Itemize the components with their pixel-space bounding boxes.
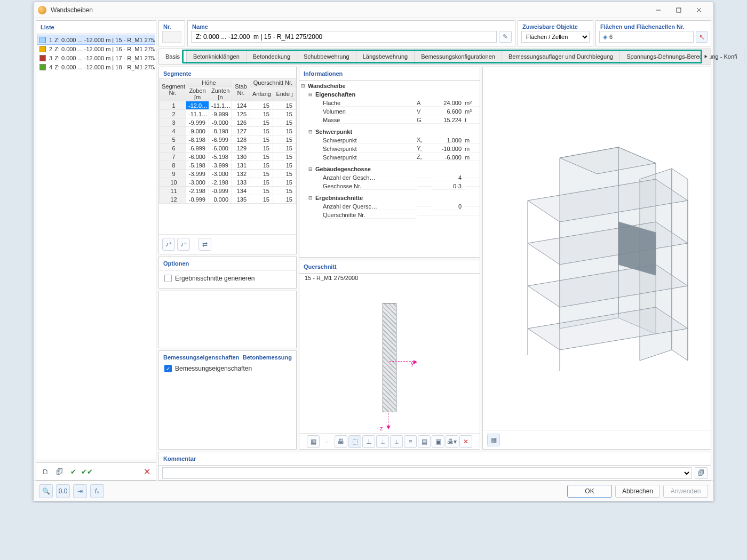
qt-10[interactable]: 🖶▾ [446,435,458,448]
qt-2[interactable]: 🖶 [335,435,347,448]
surface-icon: ◈ [603,34,607,41]
ok-button[interactable]: OK [567,485,612,498]
3d-viewer[interactable] [483,67,711,430]
pick-button[interactable]: ↖ [696,31,708,43]
minimize-button[interactable] [648,4,669,17]
info-row: SchwerpunktY꜀-10.000m [299,145,480,153]
tab-bemessungsauflager-und-durchbiegung[interactable]: Bemessungsauflager und Durchbiegung [502,49,620,64]
list-item[interactable]: 1Z: 0.000 ... -12.000 m | 15 - R_M1 275/… [37,35,155,44]
copy-icon[interactable]: 🗐 [53,466,65,477]
footer-tree-icon[interactable]: ⇥ [73,484,87,498]
qt-1[interactable]: ▦ [307,435,320,448]
tab-l-ngsbewehrung[interactable]: Längsbewehrung [356,49,415,64]
footer-fx-icon[interactable]: fₓ [90,484,104,498]
tab-betonknickl-ngen[interactable]: Betonknicklängen [187,49,247,64]
color-swatch-icon [39,64,46,70]
qt-5[interactable]: ⟂ [376,435,389,448]
color-swatch-icon [39,55,46,61]
nr-input[interactable] [162,31,181,43]
bems-right-title: Betonbemessung [243,354,292,361]
apply-button[interactable]: Anwenden [663,485,708,498]
bems-left-title: Bemessungseigenschaften [163,354,239,361]
list-title: Liste [36,21,156,34]
fl-label: Flächen und Flächenzellen Nr. [596,21,711,31]
info-row: ⊟Gebäudegeschosse [299,165,480,173]
opt-results-checkbox[interactable] [164,275,172,282]
svg-rect-0 [677,8,681,12]
info-title: Informationen [299,67,480,81]
qt-sep: · [321,435,333,448]
seg-tool-1[interactable]: ♪⁺ [162,238,175,251]
info-row: MasseG15.224t [299,116,480,124]
info-row: VolumenV6.600m³ [299,107,480,116]
tab-betondeckung[interactable]: Betondeckung [247,49,297,64]
axis-z-icon [388,413,388,428]
quer-canvas: y z [299,282,480,433]
info-row: SchwerpunktZ꜀-6.000m [299,153,480,162]
obj-label: Zuweisbare Objekte [518,21,593,31]
maximize-button[interactable] [669,4,689,17]
bems-label: Bemessungseigenschaften [175,365,252,372]
list-item[interactable]: 2Z: 0.000 ... -12.000 m | 16 - R_M1 275/… [37,44,155,53]
seg-tool-3[interactable]: ⇄ [198,238,211,251]
komm-title: Kommentar [159,452,711,466]
qt-9[interactable]: ▣ [432,435,444,448]
qt-6[interactable]: ⟂ [390,435,403,448]
tab-basis[interactable]: Basis [159,49,187,64]
app-icon [38,6,46,14]
checkall-icon[interactable]: ✔✔ [81,466,93,477]
info-row: Anzahl der Gesch…4 [299,173,480,182]
new-icon[interactable]: 🗋 [39,466,51,477]
list-item[interactable]: 3Z: 0.000 ... -12.000 m | 17 - R_M1 275/… [37,53,155,62]
bems-checkbox[interactable]: ✓ [164,365,172,372]
info-row: ⊟Eigenschaften [299,90,480,99]
obj-select[interactable]: Flächen / Zellen [521,31,590,43]
qt-4[interactable]: ⊥ [362,435,375,448]
seg-tool-2[interactable]: ♪⁻ [177,238,190,251]
cross-section-shape [383,303,396,412]
info-row: FlächeA24.000m² [299,99,480,107]
info-row: Anzahl der Quersc…0 [299,202,480,211]
qt-7[interactable]: ≡ [404,435,417,448]
name-label: Name [188,21,515,31]
name-input[interactable] [191,31,497,43]
list-item[interactable]: 4Z: 0.000 ... -12.000 m | 18 - R_M1 275/… [37,62,155,71]
quer-title: Querschnitt [299,260,480,274]
tabs-scroll-right[interactable] [702,49,710,64]
qt-11[interactable]: ✕ [459,435,472,448]
opt-results-label: Ergebnisschnitte generieren [175,275,255,282]
info-row: Querschnitte Nr. [299,211,480,219]
color-swatch-icon [39,46,46,52]
qt-3[interactable]: ⬚ [348,435,361,448]
nr-label: Nr. [159,21,185,31]
fl-input[interactable]: ◈6 [599,31,694,43]
close-button[interactable] [689,4,709,17]
segmente-table[interactable]: SegmentNr. Höhe StabNr. Querschnitt Nr. … [159,78,296,204]
view-toggle-button[interactable]: ▦ [487,434,500,446]
edit-name-button[interactable]: ✎ [499,31,512,43]
komm-copy-button[interactable]: 🗐 [695,467,708,479]
info-row: SchwerpunktX꜀1.000m [299,136,480,145]
qt-8[interactable]: ▤ [418,435,431,448]
footer-help-icon[interactable]: 🔍 [39,484,53,498]
info-row: ⊟Schwerpunkt [299,127,480,136]
quer-label: 15 - R_M1 275/2000 [299,274,480,282]
info-row: ⊟Ergebnisschnitte [299,194,480,202]
tab-schubbewehrung[interactable]: Schubbewehrung [297,49,356,64]
segmente-title: Segmente [159,67,296,78]
window-title: Wandscheiben [51,6,93,14]
optionen-title: Optionen [159,257,296,270]
info-row: ⊟Wandscheibe [299,82,480,90]
check-icon[interactable]: ✔ [67,466,79,477]
komm-select[interactable] [162,467,692,479]
cancel-button[interactable]: Abbrechen [615,485,660,498]
delete-icon[interactable]: ✕ [141,466,153,477]
color-swatch-icon [39,37,46,43]
footer-units-icon[interactable]: 0.0 [56,484,70,498]
info-row: Geschosse Nr.0-3 [299,182,480,190]
tab-spannungs-dehnungs-berechnung-konfi[interactable]: Spannungs-Dehnungs-Berechnung - Konfi [620,49,744,64]
tab-bemessungskonfigurationen[interactable]: Bemessungskonfigurationen [415,49,502,64]
